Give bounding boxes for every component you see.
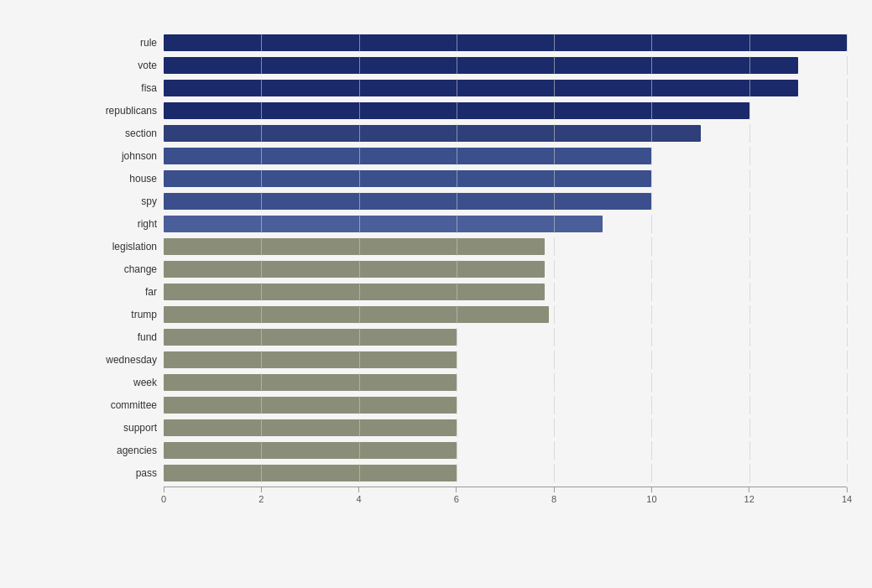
grid-line: [651, 283, 652, 301]
grid-line: [847, 192, 848, 211]
bar-label: johnson: [84, 150, 164, 162]
grid-line: [554, 419, 555, 437]
tick-label: 6: [454, 494, 459, 504]
bar-fill: [164, 397, 457, 414]
bar-row-house: house: [84, 168, 847, 190]
bar-row-legislation: legislation: [84, 236, 847, 258]
grid-line: [554, 283, 555, 301]
bar-label: change: [84, 263, 164, 275]
bar-label: wednesday: [84, 354, 164, 366]
grid-line: [651, 260, 652, 278]
grid-line: [554, 237, 555, 256]
bar-label: legislation: [84, 241, 164, 252]
bar-label: section: [84, 127, 164, 139]
grid-line: [457, 373, 457, 392]
grid-line: [457, 419, 457, 437]
bar-fill: [164, 193, 651, 210]
bar-label: rule: [84, 37, 164, 49]
tick-line: [651, 487, 652, 492]
bar-track: [164, 260, 847, 278]
grid-line: [554, 260, 555, 278]
grid-line: [457, 464, 457, 482]
grid-line: [847, 101, 848, 120]
axis-tick: 12: [744, 487, 755, 504]
grid-line: [847, 147, 848, 165]
grid-line: [457, 328, 457, 346]
bar-track: [164, 192, 847, 211]
bar-label: republicans: [84, 105, 164, 117]
grid-line: [651, 147, 652, 165]
grid-line: [847, 215, 848, 233]
axis-tick: 4: [357, 487, 362, 504]
tick-label: 12: [744, 494, 755, 504]
grid-line: [749, 283, 750, 301]
bar-fill: [164, 306, 549, 323]
bar-row-committee: committee: [84, 394, 847, 416]
grid-line: [554, 351, 555, 369]
bar-row-fund: fund: [84, 326, 847, 348]
grid-line: [651, 215, 652, 233]
bar-fill: [164, 57, 798, 74]
bar-fill: [164, 351, 457, 368]
bar-label: fisa: [84, 82, 164, 94]
tick-line: [456, 487, 457, 492]
tick-line: [847, 487, 848, 492]
bar-row-change: change: [84, 258, 847, 280]
grid-line: [749, 101, 750, 120]
grid-line: [847, 419, 848, 437]
bar-track: [164, 351, 847, 369]
grid-line: [749, 464, 750, 482]
grid-line: [651, 169, 652, 188]
chart-container: rulevotefisarepublicanssectionjohnsonhou…: [0, 0, 872, 588]
bar-row-agencies: agencies: [84, 440, 847, 461]
grid-line: [749, 351, 750, 369]
bar-row-far: far: [84, 281, 847, 303]
grid-line: [457, 396, 457, 414]
bar-fill: [164, 329, 457, 346]
grid-line: [847, 79, 848, 97]
bar-track: [164, 79, 847, 97]
bar-track: [164, 169, 847, 188]
tick-label: 8: [551, 494, 556, 504]
grid-line: [847, 328, 848, 346]
bar-track: [164, 419, 847, 437]
bar-fill: [164, 261, 545, 278]
grid-line: [749, 373, 750, 392]
grid-line: [749, 169, 750, 188]
grid-line: [847, 305, 848, 324]
x-axis: 02468101214: [164, 487, 847, 507]
tick-line: [164, 487, 164, 492]
bar-row-support: support: [84, 417, 847, 439]
bar-track: [164, 305, 847, 324]
grid-line: [651, 396, 652, 414]
bar-fill: [164, 148, 651, 164]
grid-line: [651, 419, 652, 437]
bar-row-pass: pass: [84, 462, 847, 484]
tick-label: 10: [646, 494, 656, 504]
grid-line: [847, 34, 848, 52]
grid-line: [749, 305, 750, 324]
grid-line: [847, 373, 848, 392]
tick-label: 14: [842, 494, 852, 504]
grid-line: [554, 464, 555, 482]
bar-track: [164, 396, 847, 414]
bar-fill: [164, 216, 603, 232]
bar-label: spy: [84, 195, 164, 207]
grid-line: [457, 441, 457, 460]
bar-row-trump: trump: [84, 304, 847, 325]
bar-row-johnson: johnson: [84, 145, 847, 167]
bar-track: [164, 56, 847, 75]
grid-line: [749, 215, 750, 233]
bar-fill: [164, 34, 847, 51]
bar-row-wednesday: wednesday: [84, 349, 847, 371]
bar-label: trump: [84, 309, 164, 320]
grid-line: [651, 328, 652, 346]
bar-fill: [164, 284, 545, 300]
bar-label: vote: [84, 60, 164, 71]
bar-track: [164, 124, 847, 143]
grid-line: [847, 56, 848, 75]
bar-fill: [164, 80, 798, 96]
grid-line: [847, 464, 848, 482]
grid-line: [457, 351, 457, 369]
grid-line: [651, 464, 652, 482]
